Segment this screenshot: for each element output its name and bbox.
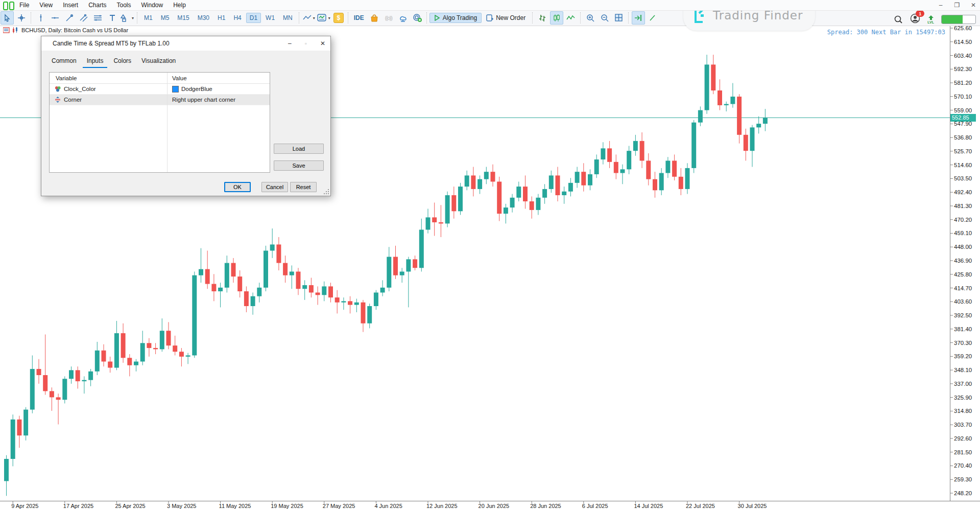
auto-scroll-button[interactable]	[632, 11, 645, 25]
timeframe-m15[interactable]: M15	[174, 13, 193, 23]
text-tool-button[interactable]	[106, 11, 119, 25]
variable-value: DodgerBlue	[181, 86, 212, 92]
menu-item-window[interactable]: Window	[136, 1, 169, 10]
algo-trading-button[interactable]: Algo Trading	[429, 13, 482, 23]
chart-list-icon	[3, 27, 10, 33]
dollar-icon: $	[333, 13, 344, 23]
tab-common[interactable]: Common	[47, 56, 81, 68]
cursor-tool-button[interactable]	[1, 11, 14, 25]
community-button[interactable]	[411, 11, 424, 25]
svg-text:514.60: 514.60	[954, 162, 972, 168]
menu-item-charts[interactable]: Charts	[83, 1, 111, 10]
tab-visualization[interactable]: Visualization	[137, 56, 180, 68]
timeframe-m30[interactable]: M30	[194, 13, 213, 23]
window-restore-button[interactable]: ❐	[953, 2, 961, 9]
chart-shift-button[interactable]	[646, 11, 659, 25]
svg-text:425.80: 425.80	[954, 271, 972, 277]
svg-text:414.70: 414.70	[954, 285, 972, 291]
zoom-out-button[interactable]	[598, 11, 611, 25]
metaeditor-ide-button[interactable]: IDE	[351, 11, 367, 25]
dialog-minimize-button[interactable]: –	[288, 40, 292, 47]
menu-item-tools[interactable]: Tools	[112, 1, 136, 10]
svg-text:12 Jun 2025: 12 Jun 2025	[426, 503, 458, 509]
indicator-settings-dialog: Candle Time & Spread MT5 by TFLab 1.00 –…	[41, 36, 331, 196]
menu-bar: File View Insert Charts Tools Window Hel…	[0, 0, 980, 11]
variable-column-header: Variable	[50, 75, 167, 81]
table-header: Variable Value	[50, 73, 270, 84]
window-close-button[interactable]: ✕	[970, 2, 977, 9]
user-profile-button[interactable]: 1	[910, 13, 920, 26]
table-row[interactable]: Clock_Color DodgerBlue	[50, 84, 270, 95]
ok-button[interactable]: OK	[224, 182, 251, 192]
column-divider	[167, 73, 168, 172]
main-toolbar: ▾ M1 M5 M15 M30 H1 H4 D1 W1 MN ▾ ▾ $ IDE	[0, 10, 980, 26]
cancel-button[interactable]: Cancel	[261, 182, 288, 192]
vertical-line-tool-button[interactable]	[34, 11, 47, 25]
svg-text:614.50: 614.50	[954, 39, 972, 45]
menu-item-insert[interactable]: Insert	[58, 1, 83, 10]
trendline-tool-button[interactable]	[63, 11, 76, 25]
toolbar-separator	[31, 12, 32, 24]
tab-colors[interactable]: Colors	[109, 56, 135, 68]
crosshair-tool-button[interactable]	[15, 11, 28, 25]
new-order-label: New Order	[496, 14, 525, 21]
line-studies-button[interactable]: ▾	[302, 11, 316, 25]
table-row-selected[interactable]: Corner Right upper chart corner	[50, 95, 270, 105]
search-icon[interactable]	[894, 15, 903, 24]
new-order-button[interactable]: New Order	[482, 13, 530, 23]
timeframe-mn[interactable]: MN	[279, 13, 296, 23]
indicators-caret-icon: ▾	[328, 16, 330, 20]
timeframe-m5[interactable]: M5	[157, 13, 173, 23]
resize-grip[interactable]	[324, 189, 329, 194]
cloud-button[interactable]	[396, 11, 410, 25]
signals-button[interactable]: ((o))	[382, 11, 395, 25]
progress-bar	[941, 15, 976, 24]
reset-button[interactable]: Reset	[290, 182, 317, 192]
zoom-in-button[interactable]	[584, 11, 597, 25]
tab-inputs[interactable]: Inputs	[83, 56, 108, 68]
new-order-icon	[486, 14, 493, 21]
toolbar-separator	[580, 12, 581, 24]
account-toolbar: 1 LVL	[894, 13, 976, 26]
menu-item-view[interactable]: View	[34, 1, 58, 10]
line-chart-type-button[interactable]	[564, 11, 578, 25]
load-button[interactable]: Load	[274, 144, 324, 154]
svg-text:14 Jul 2025: 14 Jul 2025	[634, 503, 663, 509]
market-button[interactable]	[368, 11, 381, 25]
svg-text:525.70: 525.70	[954, 148, 972, 154]
mini-candles-icon	[12, 27, 19, 33]
channel-tool-button[interactable]	[77, 11, 90, 25]
timeframe-h1[interactable]: H1	[214, 13, 229, 23]
svg-text:314.80: 314.80	[954, 408, 972, 414]
timeframe-d1[interactable]: D1	[246, 13, 261, 23]
candlestick-chart-type-button[interactable]	[550, 11, 563, 25]
window-minimize-button[interactable]: –	[937, 2, 944, 9]
tile-windows-button[interactable]	[612, 11, 626, 25]
timeframe-w1[interactable]: W1	[262, 13, 278, 23]
timeframe-m1[interactable]: M1	[140, 13, 156, 23]
save-button[interactable]: Save	[274, 160, 324, 171]
menu-item-file[interactable]: File	[14, 1, 34, 10]
shapes-tool-button[interactable]: ▾	[120, 11, 134, 25]
algo-trading-label: Algo Trading	[443, 14, 477, 21]
dialog-title: Candle Time & Spread MT5 by TFLab 1.00	[53, 40, 170, 47]
ide-label: IDE	[352, 14, 366, 21]
dialog-titlebar[interactable]: Candle Time & Spread MT5 by TFLab 1.00 –…	[41, 36, 330, 51]
bar-chart-type-button[interactable]	[536, 11, 549, 25]
color-parameter-icon	[55, 86, 61, 92]
dialog-close-button[interactable]: ✕	[320, 40, 325, 47]
currency-button[interactable]: $	[332, 11, 345, 25]
svg-text:19 May 2025: 19 May 2025	[271, 503, 303, 509]
svg-text:27 May 2025: 27 May 2025	[323, 503, 355, 509]
spread-clock-label: Spread: 300 Next Bar in 15497:03	[827, 29, 945, 36]
level-indicator[interactable]: LVL	[927, 15, 934, 24]
svg-text:9 Apr 2025: 9 Apr 2025	[11, 503, 38, 509]
svg-text:11 May 2025: 11 May 2025	[219, 503, 251, 509]
horizontal-line-tool-button[interactable]	[49, 11, 62, 25]
menu-item-help[interactable]: Help	[168, 1, 191, 10]
indicators-button[interactable]: ▾	[317, 11, 331, 25]
toolbar-separator	[426, 12, 427, 24]
lvl-label: LVL	[927, 20, 934, 24]
timeframe-h4[interactable]: H4	[230, 13, 245, 23]
fibonacci-tool-button[interactable]	[91, 11, 105, 25]
